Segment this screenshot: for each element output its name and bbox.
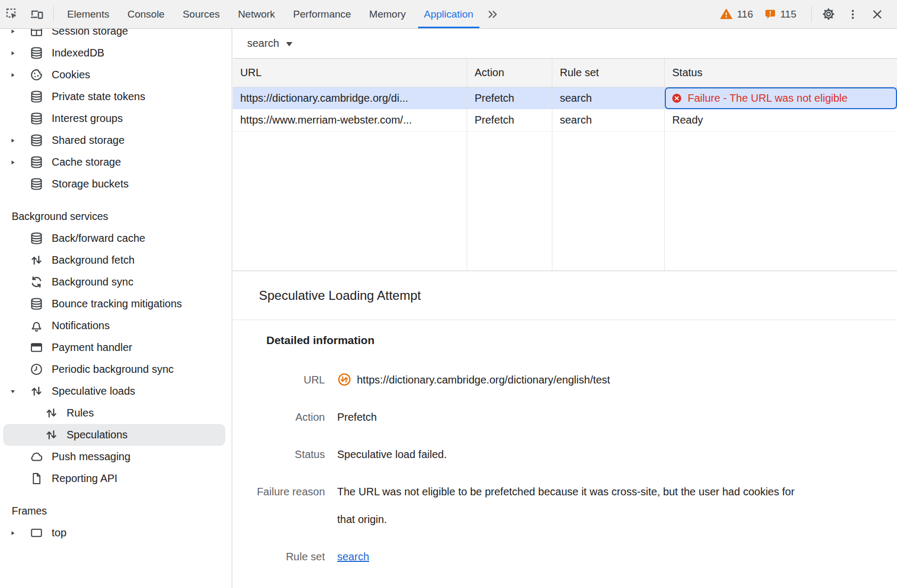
table-row[interactable]: https://www.merriam-webster.com/... Pref… <box>233 109 897 132</box>
detail-value-url: https://dictionary.cambridge.org/diction… <box>337 366 610 394</box>
expander-icon[interactable] <box>9 129 29 151</box>
database-icon <box>29 297 44 311</box>
database-icon <box>29 89 44 104</box>
clock-icon <box>29 362 44 377</box>
expander-icon[interactable] <box>9 64 29 86</box>
sidebar-item-back-forward-cache[interactable]: Back/forward cache <box>0 227 232 249</box>
up-down-arrows-icon <box>44 406 59 420</box>
sidebar-item-indexeddb[interactable]: IndexedDB <box>0 42 232 64</box>
sidebar-item-cache-storage[interactable]: Cache storage <box>0 151 232 173</box>
cell-url[interactable]: https://www.merriam-webster.com/... <box>233 109 467 131</box>
tab-elements[interactable]: Elements <box>58 0 118 28</box>
ruleset-filter-bar: search <box>233 29 897 59</box>
detail-value-action: Prefetch <box>337 403 377 431</box>
cell-action[interactable]: Prefetch <box>467 87 552 109</box>
tab-sources[interactable]: Sources <box>174 0 229 28</box>
cell-rule-set[interactable]: search <box>552 87 665 109</box>
sidebar-item-push-messaging[interactable]: Push messaging <box>0 446 232 468</box>
detail-label: Failure reason <box>233 478 325 533</box>
sidebar-item-speculative-loads[interactable]: Speculative loads <box>0 380 232 402</box>
sidebar-item-shared-storage[interactable]: Shared storage <box>0 129 232 151</box>
tab-console[interactable]: Console <box>118 0 174 28</box>
cell-rule-set[interactable]: search <box>552 109 665 131</box>
detail-value-status: Speculative load failed. <box>337 440 447 468</box>
expander-icon[interactable] <box>9 42 29 64</box>
application-sidebar: Session storage IndexedDB Cookies Privat… <box>0 29 232 588</box>
sidebar-item-interest-groups[interactable]: Interest groups <box>0 108 232 129</box>
up-down-arrows-icon <box>29 384 44 398</box>
sidebar-item-background-sync[interactable]: Background sync <box>0 271 232 293</box>
tab-memory[interactable]: Memory <box>360 0 415 28</box>
tab-network[interactable]: Network <box>229 0 284 28</box>
cookie-icon <box>29 68 44 82</box>
sidebar-item-top-frame[interactable]: top <box>0 522 232 544</box>
column-header-rule-set[interactable]: Rule set <box>552 59 665 87</box>
cell-url[interactable]: https://dictionary.cambridge.org/di... <box>233 87 467 109</box>
detail-row-status: Status Speculative load failed. <box>233 440 897 468</box>
sidebar-item-reporting-api[interactable]: Reporting API <box>0 468 232 489</box>
detail-row-failure-reason: Failure reason The URL was not eligible … <box>233 478 897 533</box>
speculations-panel: search URL Action Rule set Status https:… <box>233 29 897 588</box>
sidebar-item-speculations[interactable]: Speculations <box>3 424 225 446</box>
sidebar-item-payment-handler[interactable]: Payment handler <box>0 337 232 358</box>
sidebar-item-storage-buckets[interactable]: Storage buckets <box>0 173 232 195</box>
status-failure-chip: Failure - The URL was not eligible <box>665 87 897 109</box>
column-header-url[interactable]: URL <box>233 59 467 87</box>
toolbar-divider <box>53 6 54 22</box>
issues-count: 115 <box>780 9 796 20</box>
detail-row-action: Action Prefetch <box>233 403 897 431</box>
cell-status[interactable]: Failure - The URL was not eligible <box>665 87 897 109</box>
sidebar-item-background-fetch[interactable]: Background fetch <box>0 249 232 271</box>
detail-label: Action <box>233 403 325 431</box>
detail-label: Status <box>233 440 325 468</box>
inspect-cursor-icon <box>5 7 20 22</box>
sidebar-item-rules[interactable]: Rules <box>0 402 232 424</box>
table-icon <box>29 29 44 38</box>
database-icon <box>29 155 44 169</box>
sidebar-item-private-state-tokens[interactable]: Private state tokens <box>0 86 232 108</box>
sidebar-item-cookies[interactable]: Cookies <box>0 64 232 86</box>
tab-application[interactable]: Application <box>415 0 483 28</box>
frame-icon <box>29 526 44 540</box>
devtools-tabbar: Elements Console Sources Network Perform… <box>0 0 897 29</box>
more-options-button[interactable] <box>841 0 865 28</box>
rule-set-link[interactable]: search <box>337 551 369 562</box>
sidebar-item-session-storage[interactable]: Session storage <box>0 29 232 42</box>
close-devtools-button[interactable] <box>865 0 890 28</box>
chevron-double-right-icon <box>486 7 500 21</box>
cloud-icon <box>29 450 44 464</box>
close-icon <box>870 7 884 21</box>
sync-icon <box>29 275 44 289</box>
sidebar-item-bounce-tracking-mitigations[interactable]: Bounce tracking mitigations <box>0 293 232 315</box>
tab-performance[interactable]: Performance <box>284 0 360 28</box>
database-icon <box>29 46 44 60</box>
device-toolbar-button[interactable] <box>25 0 49 28</box>
ruleset-filter-dropdown[interactable]: search <box>247 37 292 50</box>
database-icon <box>29 177 44 191</box>
sidebar-item-periodic-background-sync[interactable]: Periodic background sync <box>0 358 232 380</box>
more-tabs-button[interactable] <box>486 7 500 21</box>
bell-icon <box>29 318 44 333</box>
expander-icon[interactable] <box>9 29 29 42</box>
expander-icon[interactable] <box>9 522 29 544</box>
detail-value-failure-reason: The URL was not eligible to be prefetche… <box>337 478 806 533</box>
gear-icon <box>821 7 836 21</box>
cell-status[interactable]: Ready <box>665 109 897 131</box>
expander-icon[interactable] <box>9 151 29 173</box>
database-icon <box>29 133 44 148</box>
inspect-element-button[interactable] <box>0 0 25 28</box>
sidebar-item-notifications[interactable]: Notifications <box>0 315 232 337</box>
column-header-action[interactable]: Action <box>467 59 552 87</box>
settings-button[interactable] <box>816 0 841 28</box>
detail-section-title: Detailed information <box>233 334 897 347</box>
warning-count: 116 <box>737 9 753 20</box>
detailed-information-section: Detailed information URL https://diction… <box>233 320 897 570</box>
column-header-status[interactable]: Status <box>665 59 897 87</box>
cell-action[interactable]: Prefetch <box>467 109 552 131</box>
table-row[interactable]: https://dictionary.cambridge.org/di... P… <box>233 87 897 109</box>
expander-icon[interactable] <box>9 380 29 402</box>
issues-badge[interactable]: 115 <box>764 8 796 21</box>
console-warnings-badge[interactable]: 116 <box>720 7 753 21</box>
grid-empty-area <box>233 132 897 271</box>
detail-row-url: URL https://dictionary.cambridge.org/dic… <box>233 366 897 394</box>
